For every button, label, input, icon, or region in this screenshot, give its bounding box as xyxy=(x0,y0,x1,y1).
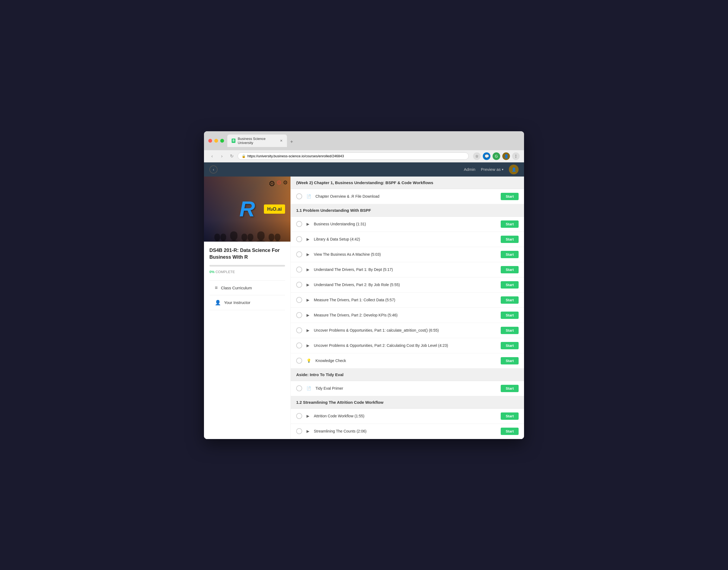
sidebar: ⚙ ⚙ ⚙ R H₂O.ai 👥👤👥👤👥 DS4B 201-R: Data Sc… xyxy=(204,177,291,439)
close-button[interactable] xyxy=(208,139,212,142)
start-button-l1[interactable]: Start xyxy=(501,221,519,228)
lesson-checkbox-ch-overview[interactable] xyxy=(296,193,302,199)
maximize-button[interactable] xyxy=(220,139,224,142)
lesson-item-ch-overview: 📄Chapter Overview & .R File DownloadStar… xyxy=(291,189,524,204)
progress-bar-container xyxy=(209,265,285,267)
reload-button[interactable]: ↻ xyxy=(228,153,235,160)
lesson-icon-l-tidy: 📄 xyxy=(306,386,311,390)
lesson-item-l9: ▶Uncover Problems & Opportunities, Part … xyxy=(291,338,524,353)
start-button-l3[interactable]: Start xyxy=(501,251,519,258)
course-title: DS4B 201-R: Data Science For Business Wi… xyxy=(209,247,285,261)
tab-close-button[interactable]: ✕ xyxy=(280,139,283,142)
course-content: (Week 2) Chapter 1, Business Understandi… xyxy=(291,177,524,439)
browser-actions: ☆ 💬 G 👤 ⋮ xyxy=(473,153,520,160)
lesson-icon-l1: ▶ xyxy=(306,222,309,226)
title-bar: B Business Science University ✕ + xyxy=(204,131,524,150)
minimize-button[interactable] xyxy=(214,139,218,142)
lesson-checkbox-l7[interactable] xyxy=(296,312,302,318)
start-button-l8[interactable]: Start xyxy=(501,327,519,334)
menu-button[interactable]: ⋮ xyxy=(512,153,520,160)
extension-button-2[interactable]: G xyxy=(493,153,500,160)
lesson-item-l-attrition: ▶Attrition Code Workflow (1:55)Start xyxy=(291,409,524,424)
start-button-l9[interactable]: Start xyxy=(501,342,519,349)
section-header-sec-1-2: 1.2 Streamlining The Attrition Code Work… xyxy=(291,396,524,409)
lesson-checkbox-l9[interactable] xyxy=(296,342,302,348)
user-profile-button[interactable]: 👤 xyxy=(502,153,510,160)
lesson-title-l9: Uncover Problems & Opportunities, Part 2… xyxy=(314,343,496,348)
start-button-l5[interactable]: Start xyxy=(501,281,519,289)
user-avatar[interactable]: 👤 xyxy=(509,165,519,174)
lesson-icon-l2: ▶ xyxy=(306,237,309,241)
course-info: DS4B 201-R: Data Science For Business Wi… xyxy=(204,242,290,316)
lesson-icon-l8: ▶ xyxy=(306,328,309,332)
lesson-checkbox-l8[interactable] xyxy=(296,327,302,333)
lesson-item-l7: ▶Measure The Drivers, Part 2: Develop KP… xyxy=(291,308,524,323)
section-header-aside-tidy: Aside: Intro To Tidy Eval xyxy=(291,368,524,381)
lesson-title-l3: View The Business As A Machine (5:03) xyxy=(314,252,496,257)
new-tab-button[interactable]: + xyxy=(287,137,296,147)
start-button-l-attrition[interactable]: Start xyxy=(501,412,519,420)
start-button-l10[interactable]: Start xyxy=(501,357,519,364)
lesson-icon-l3: ▶ xyxy=(306,252,309,257)
curriculum-label: Class Curriculum xyxy=(221,286,252,290)
lesson-checkbox-l1[interactable] xyxy=(296,221,302,227)
active-tab[interactable]: B Business Science University ✕ xyxy=(227,134,287,147)
course-image: ⚙ ⚙ ⚙ R H₂O.ai 👥👤👥👤👥 xyxy=(204,177,290,242)
window-controls xyxy=(208,139,224,142)
lesson-title-l-attrition: Attrition Code Workflow (1:55) xyxy=(314,414,496,418)
start-button-l-streamlining[interactable]: Start xyxy=(501,428,519,435)
lesson-item-l8: ▶Uncover Problems & Opportunities, Part … xyxy=(291,323,524,338)
progress-text: 0% COMPLETE xyxy=(209,270,285,274)
lesson-checkbox-l-streamlining[interactable] xyxy=(296,428,302,434)
h2o-logo: H₂O.ai xyxy=(264,205,285,214)
avatar-icon: 👤 xyxy=(512,167,516,172)
lesson-icon-l9: ▶ xyxy=(306,343,309,348)
lesson-checkbox-l2[interactable] xyxy=(296,236,302,242)
start-button-l4[interactable]: Start xyxy=(501,266,519,273)
lesson-checkbox-l-attrition[interactable] xyxy=(296,413,302,419)
sidebar-item-curriculum[interactable]: ≡ Class Curriculum xyxy=(209,281,285,295)
preview-as-dropdown[interactable]: Preview as ▾ xyxy=(481,167,503,172)
lesson-item-l2: ▶Library & Data Setup (4:42)Start xyxy=(291,232,524,247)
extension-button-1[interactable]: 💬 xyxy=(483,153,490,160)
lesson-item-l3: ▶View The Business As A Machine (5:03)St… xyxy=(291,247,524,262)
lesson-title-ch-overview: Chapter Overview & .R File Download xyxy=(315,194,496,199)
sidebar-item-instructor[interactable]: 👤 Your Instructor xyxy=(209,295,285,310)
browser-window: B Business Science University ✕ + ‹ › ↻ … xyxy=(204,131,524,439)
app-header: ‹ Admin Preview as ▾ 👤 xyxy=(204,163,524,177)
lesson-title-l5: Understand The Drivers, Part 2: By Job R… xyxy=(314,283,496,287)
progress-percent: 0% xyxy=(209,270,215,274)
start-button-l2[interactable]: Start xyxy=(501,236,519,243)
people-silhouettes: 👥👤👥👤👥 xyxy=(204,220,290,242)
lesson-checkbox-l-tidy[interactable] xyxy=(296,385,302,391)
lesson-item-l10: 💡Knowledge CheckStart xyxy=(291,353,524,368)
lesson-title-l2: Library & Data Setup (4:42) xyxy=(314,237,496,241)
start-button-l-tidy[interactable]: Start xyxy=(501,385,519,392)
lesson-icon-l7: ▶ xyxy=(306,313,309,317)
start-button-ch-overview[interactable]: Start xyxy=(501,193,519,200)
lesson-icon-l10: 💡 xyxy=(306,358,311,363)
bookmark-button[interactable]: ☆ xyxy=(473,153,481,160)
lesson-item-l-tidy: 📄Tidy Eval PrimerStart xyxy=(291,381,524,396)
lesson-checkbox-l6[interactable] xyxy=(296,297,302,303)
lesson-item-l6: ▶Measure The Drivers, Part 1: Collect Da… xyxy=(291,293,524,308)
back-nav-button[interactable]: ‹ xyxy=(208,153,216,160)
lesson-item-l-streamlining: ▶Streamlining The Counts (2:06)Start xyxy=(291,424,524,439)
app-back-button[interactable]: ‹ xyxy=(209,166,218,174)
lesson-checkbox-l3[interactable] xyxy=(296,251,302,257)
start-button-l6[interactable]: Start xyxy=(501,296,519,304)
people-icon: 👥👤👥👤👥 xyxy=(214,231,281,242)
lesson-checkbox-l10[interactable] xyxy=(296,358,302,364)
lesson-icon-l5: ▶ xyxy=(306,283,309,287)
r-logo: R xyxy=(240,197,255,222)
main-content: ⚙ ⚙ ⚙ R H₂O.ai 👥👤👥👤👥 DS4B 201-R: Data Sc… xyxy=(204,177,524,439)
start-button-l7[interactable]: Start xyxy=(501,312,519,319)
admin-link[interactable]: Admin xyxy=(464,167,475,172)
instructor-label: Your Instructor xyxy=(224,300,250,305)
lesson-icon-ch-overview: 📄 xyxy=(306,194,311,199)
url-bar[interactable]: 🔒 https://university.business-science.io… xyxy=(238,153,469,160)
lesson-checkbox-l5[interactable] xyxy=(296,282,302,288)
lesson-checkbox-l4[interactable] xyxy=(296,267,302,273)
tab-favicon: B xyxy=(232,138,235,143)
forward-nav-button[interactable]: › xyxy=(218,153,226,160)
